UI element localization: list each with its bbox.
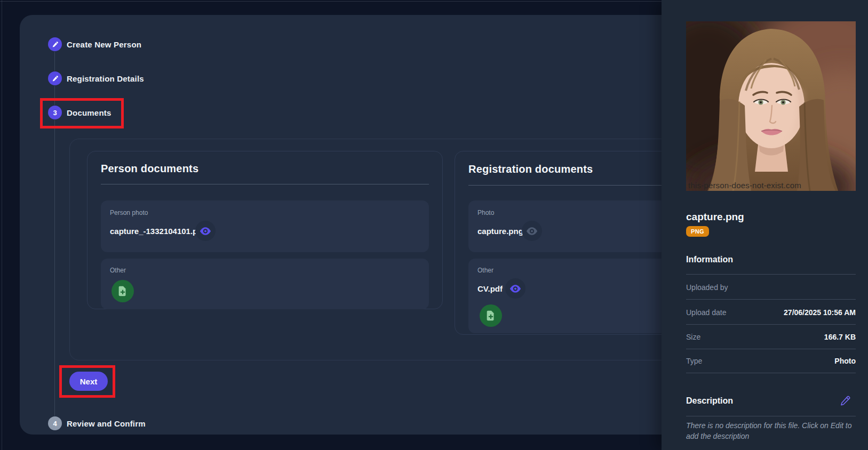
divider (686, 416, 856, 416)
eye-icon (509, 285, 521, 293)
divider (686, 299, 856, 300)
step-3-label[interactable]: Documents (67, 106, 111, 119)
info-row-value: 166.7 KB (824, 333, 856, 341)
step-connector (54, 120, 55, 416)
registration-other-label: Other (477, 267, 493, 274)
add-document-icon (117, 285, 129, 297)
step-3-marker[interactable]: 3 (48, 106, 62, 119)
person-photo-label: Person photo (110, 209, 148, 216)
person-photo-file-name: capture_-1332104101.png (110, 227, 208, 236)
registration-photo-file-name: capture.png (477, 227, 523, 236)
step-3-number: 3 (53, 109, 57, 117)
description-heading: Description (686, 396, 733, 406)
person-other-label: Other (110, 267, 126, 274)
file-title: capture.png (686, 211, 744, 223)
step-4-label[interactable]: Review and Confirm (67, 416, 146, 430)
step-1-marker[interactable] (48, 37, 62, 51)
person-other-field (101, 259, 429, 309)
step-connector (54, 86, 55, 105)
pencil-icon (52, 41, 59, 48)
file-type-badge: PNG (686, 226, 709, 237)
page: Create New Person Registration Details 3… (0, 0, 868, 450)
step-2-marker[interactable] (48, 71, 62, 85)
portrait-photo (686, 21, 856, 191)
divider (686, 274, 856, 275)
pencil-icon (52, 75, 59, 82)
step-2-label[interactable]: Registration Details (67, 71, 144, 85)
info-row-label: Upload date (686, 308, 727, 317)
registration-other-file-name: CV.pdf (477, 284, 503, 293)
left-hairline (2, 0, 2, 450)
divider (686, 349, 856, 349)
description-empty-text: There is no description for this file. C… (686, 420, 857, 441)
divider (101, 184, 429, 184)
registration-documents-title: Registration documents (468, 163, 593, 175)
photo-watermark: this-person-does-not-exist.com (688, 181, 801, 190)
divider (686, 373, 856, 373)
registration-photo-label: Photo (477, 209, 494, 216)
person-documents-title: Person documents (101, 163, 198, 175)
preview-eye-button[interactable] (195, 221, 216, 241)
upload-file-button[interactable] (112, 280, 134, 302)
info-row-value: 27/06/2025 10:56 AM (784, 308, 856, 317)
info-row-label: Size (686, 333, 700, 341)
information-heading: Information (686, 255, 733, 264)
eye-icon (200, 227, 211, 235)
eye-icon (526, 227, 538, 235)
step-connector (54, 52, 55, 71)
file-preview-panel: this-person-does-not-exist.com capture.p… (662, 0, 868, 450)
divider (686, 324, 856, 325)
preview-eye-button[interactable] (505, 278, 525, 299)
top-hairline (0, 1, 662, 2)
edit-pencil-icon (840, 396, 850, 406)
info-row-value: Photo (834, 357, 856, 365)
next-button[interactable]: Next (69, 372, 108, 391)
photo-preview: this-person-does-not-exist.com (686, 21, 856, 191)
info-row-label: Uploaded by (686, 283, 728, 292)
upload-file-button[interactable] (480, 304, 502, 327)
preview-eye-button-disabled[interactable] (522, 221, 542, 241)
add-document-icon (485, 310, 497, 322)
step-1-label[interactable]: Create New Person (67, 37, 141, 51)
edit-description-button[interactable] (840, 396, 851, 407)
step-4-number: 4 (53, 420, 57, 428)
info-row-label: Type (686, 357, 702, 365)
step-4-marker[interactable]: 4 (48, 416, 62, 430)
